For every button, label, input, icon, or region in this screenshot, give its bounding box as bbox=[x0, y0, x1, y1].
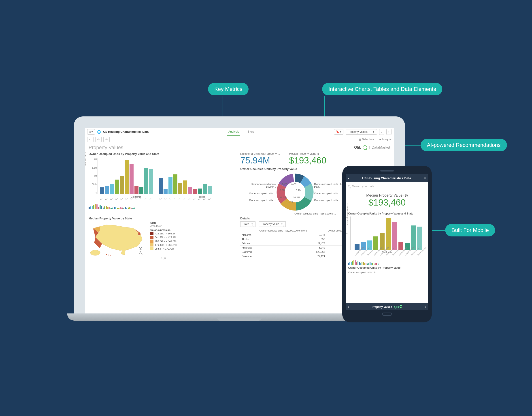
bar bbox=[159, 178, 163, 194]
redo-button[interactable]: ↷ bbox=[103, 137, 110, 142]
kpi-tile: Number of Units (with property … 75.94M … bbox=[240, 152, 390, 166]
qlik-brand: Qlik | DataMarket bbox=[354, 145, 390, 150]
mini-bar-overview[interactable] bbox=[89, 204, 238, 209]
qlik-logo-icon bbox=[363, 145, 367, 150]
insights-icon: ✦ bbox=[379, 138, 381, 141]
svg-line-16 bbox=[141, 254, 142, 255]
kpi-value: 75.94M bbox=[240, 155, 280, 166]
bar-chart: 2M1.5M1M500k0 bbox=[97, 158, 238, 194]
bar bbox=[149, 169, 153, 194]
bar bbox=[183, 180, 187, 194]
laptop-notch bbox=[217, 317, 262, 321]
phone-footer: ‹ Property Values Qlik › bbox=[346, 303, 428, 310]
x-axis-labels: Owner-occupi…Owner-occupi…Owner-occupi…O… bbox=[346, 255, 428, 257]
tab-story[interactable]: Story bbox=[247, 128, 255, 136]
y-axis: 2M1.5M1M500k0 bbox=[90, 158, 97, 194]
bar bbox=[355, 244, 360, 250]
donut-chart bbox=[276, 173, 314, 211]
kpi-median[interactable]: Median Property Value ($) $193,460 bbox=[289, 152, 326, 166]
qlik-logo-icon bbox=[399, 305, 402, 308]
phone-screen: ‹ US Housing Characteristics Data ≡ Sear… bbox=[346, 174, 428, 310]
kpi-units[interactable]: Number of Units (with property … 75.94M bbox=[240, 152, 280, 166]
bar-chart-tile[interactable]: Owner-Occupied Units by Property Value a… bbox=[89, 152, 238, 215]
prev-button[interactable]: ‹ bbox=[348, 305, 349, 308]
filter-property-value[interactable]: Property Value bbox=[259, 221, 286, 227]
list-item[interactable]: Owner-occupied units - $1… bbox=[346, 271, 428, 274]
bar bbox=[139, 187, 143, 194]
svg-point-9 bbox=[108, 255, 109, 256]
bar bbox=[203, 184, 207, 194]
search-icon bbox=[348, 185, 350, 188]
insights-button[interactable]: ✦Insights bbox=[379, 138, 391, 141]
callout-line bbox=[429, 230, 445, 231]
mini-bar-overview[interactable] bbox=[346, 260, 428, 265]
bar bbox=[386, 218, 391, 250]
brand-row: Property Values Qlik | DataMarket bbox=[85, 143, 394, 152]
selections-icon: ▦ bbox=[358, 138, 361, 141]
search-placeholder: Search your data bbox=[352, 185, 374, 188]
bar bbox=[173, 174, 177, 194]
bar bbox=[208, 186, 212, 194]
phone-speaker bbox=[380, 170, 394, 171]
tab-analysis[interactable]: Analysis bbox=[227, 128, 240, 136]
svg-point-7 bbox=[90, 250, 100, 256]
lasso-button[interactable]: ⊂ bbox=[87, 137, 94, 142]
phone-kpi[interactable]: Median Property Value ($) $193,460 bbox=[346, 190, 428, 211]
callout-interactive: Interactive Charts, Tables and Data Elem… bbox=[322, 83, 442, 95]
filter-state[interactable]: State bbox=[240, 221, 256, 227]
phone-header: ‹ US Housing Characteristics Data ≡ bbox=[346, 174, 428, 182]
svg-point-10 bbox=[110, 255, 111, 256]
sheet-selector[interactable]: Property Values▢▾ bbox=[346, 129, 377, 135]
menu-button[interactable]: ≡ ▾ bbox=[87, 129, 95, 135]
bar bbox=[193, 189, 197, 194]
kpi-label: Median Property Value ($) bbox=[289, 152, 326, 155]
kpi-value: $193,460 bbox=[349, 198, 425, 208]
x-axis-labels: Owner-occupi…Owner-occupi…Owner-occupi…O… bbox=[97, 199, 238, 201]
section-title: Owner-Occupied Units by Property Value bbox=[346, 265, 428, 271]
bar bbox=[115, 179, 119, 194]
bar bbox=[100, 188, 104, 194]
phone-title: US Housing Characteristics Data bbox=[362, 177, 411, 180]
bar bbox=[120, 176, 124, 194]
map-tile[interactable]: Median Property Value by State bbox=[89, 217, 238, 312]
phone-home-button[interactable] bbox=[382, 313, 392, 316]
map-attribution: © Qlik bbox=[89, 257, 238, 259]
bar bbox=[105, 186, 109, 194]
us-map bbox=[89, 221, 147, 257]
chart-title: Owner-Occupied Units by Property Value a… bbox=[346, 211, 428, 217]
bar bbox=[144, 168, 148, 194]
selections-bar: ⊂ ↶ ↷ ▦Selections ✦Insights bbox=[85, 136, 394, 143]
bar bbox=[169, 177, 172, 194]
kpi-value: $193,460 bbox=[289, 155, 326, 166]
search-icon bbox=[281, 223, 283, 225]
bar bbox=[130, 164, 133, 194]
menu-icon[interactable]: ≡ bbox=[424, 177, 426, 180]
y-axis: 2M1M0 bbox=[346, 217, 348, 250]
back-button[interactable]: ‹ bbox=[348, 177, 349, 180]
bar bbox=[134, 186, 139, 194]
callout-key-metrics: Key Metrics bbox=[208, 83, 248, 95]
next-button[interactable]: › bbox=[425, 305, 427, 308]
app-title: US Housing Characteristics Data bbox=[103, 130, 149, 133]
bar bbox=[125, 160, 129, 194]
svg-point-8 bbox=[106, 254, 107, 255]
svg-line-12 bbox=[141, 249, 142, 250]
search-icon bbox=[251, 223, 253, 225]
donut-labels-left: Owner-occupied units - $500,0…Owner-occu… bbox=[240, 183, 276, 201]
view-tabs: Analysis Story bbox=[151, 128, 332, 136]
topbar: ≡ ▾ 🌐 US Housing Characteristics Data An… bbox=[85, 128, 394, 136]
callout-mobile: Built For Mobile bbox=[445, 224, 495, 237]
kpi-label: Number of Units (with property … bbox=[240, 152, 280, 155]
kpi-label: Median Property Value ($) bbox=[349, 193, 425, 198]
phone-bar-chart[interactable]: 2M1M0 bbox=[350, 217, 428, 250]
y-axis-label: Number of Units (with proper… bbox=[85, 152, 86, 166]
prev-sheet-button[interactable]: ‹ bbox=[379, 129, 384, 135]
callout-ai: AI-powered Recommendations bbox=[421, 139, 507, 151]
bookmark-button[interactable]: 🔖 ▾ bbox=[334, 129, 343, 135]
next-sheet-button[interactable]: › bbox=[386, 129, 391, 135]
chart-title: Owner-Occupied Units by Property Value a… bbox=[89, 152, 238, 156]
bar bbox=[178, 183, 182, 194]
phone-search[interactable]: Search your data bbox=[346, 182, 428, 190]
selections-tool[interactable]: ▦Selections bbox=[358, 138, 374, 141]
undo-button[interactable]: ↶ bbox=[95, 137, 102, 142]
